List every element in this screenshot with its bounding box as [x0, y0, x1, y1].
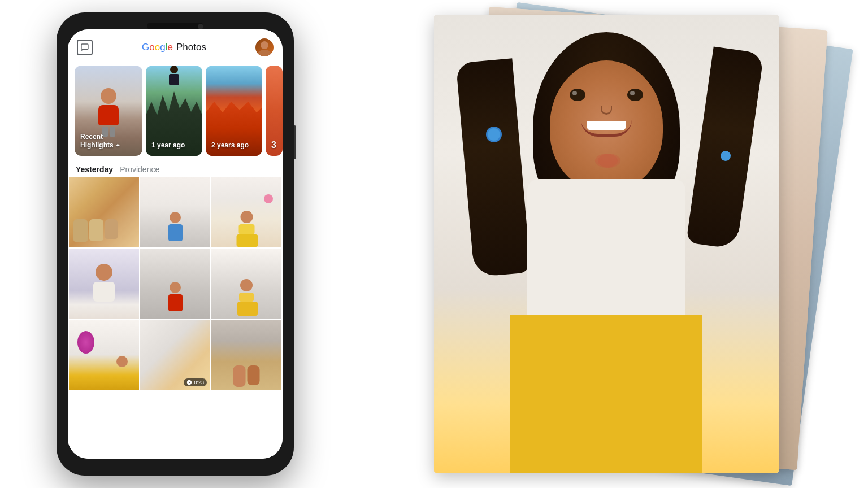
- girl-eye-left: [570, 89, 585, 101]
- girl-teeth: [587, 121, 626, 130]
- photo-stack-section: [350, 0, 868, 488]
- user-avatar[interactable]: [255, 38, 274, 56]
- photo-cell-3[interactable]: [211, 177, 281, 247]
- photo-main: [434, 15, 779, 473]
- phone-side-button: [294, 125, 296, 159]
- app-header: Google Photos: [68, 29, 283, 61]
- photo-stack: [411, 12, 807, 476]
- phone-screen: Google Photos: [68, 29, 283, 459]
- section-label-yesterday[interactable]: Yesterday: [76, 165, 113, 174]
- google-text: Google: [142, 42, 173, 53]
- girl-eyes: [570, 89, 643, 101]
- svg-rect-0: [81, 44, 88, 49]
- memory-card-1-year-ago[interactable]: 1 year ago: [146, 66, 202, 156]
- recent-highlights-label: RecentHighlights ✦: [80, 133, 120, 150]
- photo-cell-9[interactable]: [211, 320, 281, 390]
- section-labels: Yesterday Providence: [68, 160, 283, 177]
- girl-eye-right: [627, 89, 643, 101]
- child-photo: [434, 15, 779, 473]
- google-photos-app: Google Photos: [68, 29, 283, 459]
- more-count-label: 3: [271, 140, 276, 150]
- video-time-badge: 0:23: [184, 378, 207, 386]
- memory-card-more[interactable]: 3: [266, 66, 283, 156]
- photo-cell-5[interactable]: [140, 249, 210, 319]
- section-label-providence[interactable]: Providence: [120, 165, 159, 174]
- 1-year-ago-label: 1 year ago: [151, 141, 185, 150]
- 2-years-ago-label: 2 years ago: [211, 141, 249, 150]
- girl-dress: [510, 315, 702, 473]
- phone-section: Google Photos: [0, 0, 350, 488]
- photo-cell-6[interactable]: [211, 249, 281, 319]
- memory-card-2-years-ago[interactable]: 2 years ago: [206, 66, 262, 156]
- photos-text: Photos: [176, 42, 206, 53]
- app-logo: Google Photos: [142, 42, 206, 53]
- photo-cell-8[interactable]: 0:23: [140, 320, 210, 390]
- hair-clip-right: [721, 151, 731, 161]
- memory-card-recent-highlights[interactable]: RecentHighlights ✦: [75, 66, 142, 156]
- photo-grid: 0:23: [68, 177, 283, 390]
- chat-icon[interactable]: [77, 40, 93, 55]
- phone-camera: [198, 24, 203, 29]
- phone-device: Google Photos: [57, 12, 294, 476]
- photo-cell-7[interactable]: [69, 320, 139, 390]
- svg-point-3: [258, 50, 271, 56]
- girl-cheek-right: [598, 154, 620, 168]
- photo-cell-4[interactable]: [69, 249, 139, 319]
- photo-cell-1[interactable]: [69, 177, 139, 247]
- photo-cell-2[interactable]: [140, 177, 210, 247]
- svg-point-2: [261, 41, 268, 49]
- hair-clip-left: [488, 128, 500, 141]
- memories-row: RecentHighlights ✦: [68, 61, 283, 160]
